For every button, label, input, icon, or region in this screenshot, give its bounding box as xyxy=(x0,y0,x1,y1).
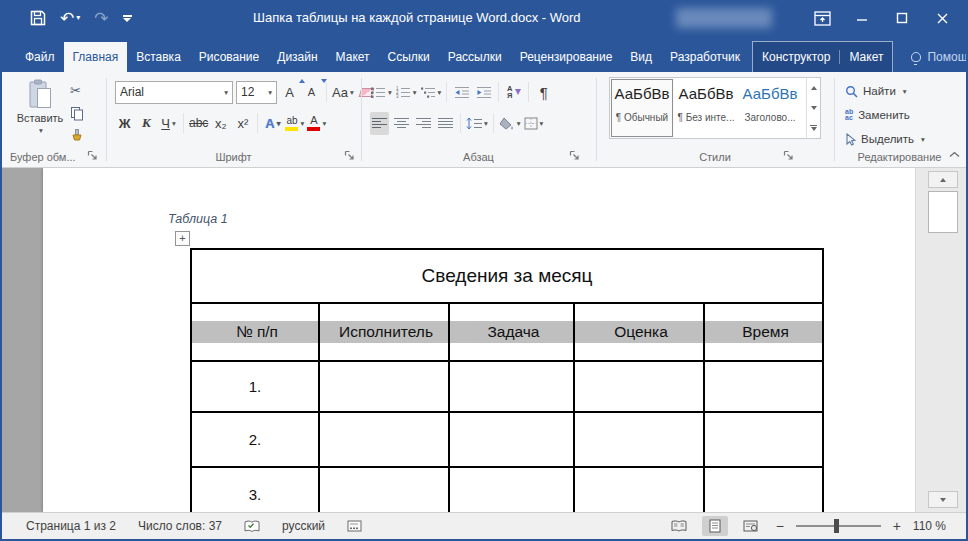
row-number-cell[interactable]: 1. xyxy=(191,361,319,412)
table-cell[interactable] xyxy=(704,412,823,467)
text-effects-button[interactable]: А▾ xyxy=(263,112,282,135)
minimize-button[interactable] xyxy=(842,0,882,36)
styles-dialog-launcher[interactable] xyxy=(783,150,795,162)
undo-button[interactable]: ↶ ▾ xyxy=(60,10,80,27)
find-dropdown-icon[interactable]: ▾ xyxy=(903,87,907,96)
tab-view[interactable]: Вид xyxy=(621,42,661,72)
tab-table-design[interactable]: Конструктор xyxy=(753,42,839,72)
zoom-in-button[interactable]: + xyxy=(891,518,903,534)
table-cell[interactable] xyxy=(449,361,574,412)
tell-me-button[interactable]: Помощн xyxy=(905,42,968,72)
table-caption[interactable]: Таблица 1 xyxy=(168,212,228,226)
table-cell[interactable] xyxy=(704,467,823,512)
ribbon-display-options-button[interactable] xyxy=(802,0,842,36)
tab-table-layout[interactable]: Макет xyxy=(840,42,892,72)
shrink-font-button[interactable]: А xyxy=(302,81,321,104)
close-button[interactable] xyxy=(922,0,962,36)
table-cell[interactable] xyxy=(319,467,449,512)
grow-font-button[interactable]: А xyxy=(280,81,299,104)
customize-qat-button[interactable] xyxy=(123,15,132,22)
italic-button[interactable]: К xyxy=(137,112,156,135)
language-indicator[interactable]: русский xyxy=(282,519,325,533)
text-highlight-button[interactable]: ab ▾ xyxy=(285,112,304,135)
align-left-button[interactable] xyxy=(370,112,389,135)
line-spacing-button[interactable]: ▾ xyxy=(466,112,488,135)
table-header-cell[interactable]: № п/п xyxy=(191,303,319,361)
multilevel-list-button[interactable]: ▾ xyxy=(420,81,442,104)
tab-review[interactable]: Рецензирование xyxy=(511,42,622,72)
table-cell[interactable] xyxy=(449,467,574,512)
select-button[interactable]: Выделить ▾ xyxy=(845,128,925,150)
font-size-dropdown-icon[interactable]: ▾ xyxy=(268,88,272,97)
justify-button[interactable] xyxy=(436,112,455,135)
increase-indent-button[interactable] xyxy=(474,81,493,104)
styles-scroll-up-button[interactable] xyxy=(807,78,820,98)
web-layout-button[interactable] xyxy=(738,516,764,536)
tab-file[interactable]: Файл xyxy=(16,42,64,72)
read-mode-button[interactable] xyxy=(666,516,692,536)
align-right-button[interactable] xyxy=(414,112,433,135)
table-cell[interactable] xyxy=(319,412,449,467)
table-header-cell[interactable]: Задача xyxy=(449,303,574,361)
tab-developer[interactable]: Разработчик xyxy=(661,42,749,72)
table-header-cell[interactable]: Время xyxy=(704,303,823,361)
scroll-down-button[interactable] xyxy=(928,491,958,508)
font-color-button[interactable]: А ▾ xyxy=(307,112,326,135)
table-cell[interactable] xyxy=(704,361,823,412)
underline-dropdown-icon[interactable]: ▾ xyxy=(172,119,176,128)
tab-layout[interactable]: Макет xyxy=(327,42,379,72)
macro-record-icon[interactable] xyxy=(347,520,362,532)
font-name-combobox[interactable]: Arial ▾ xyxy=(115,81,233,104)
font-size-combobox[interactable]: 12 ▾ xyxy=(236,81,277,104)
underline-button[interactable]: Ч▾ xyxy=(159,112,178,135)
table-cell[interactable] xyxy=(449,412,574,467)
format-painter-button[interactable] xyxy=(70,128,84,144)
page-indicator[interactable]: Страница 1 из 2 xyxy=(26,519,116,533)
table-cell[interactable] xyxy=(574,361,704,412)
font-name-dropdown-icon[interactable]: ▾ xyxy=(224,88,228,97)
collapse-ribbon-button[interactable] xyxy=(949,147,960,161)
align-center-button[interactable] xyxy=(392,112,411,135)
replace-button[interactable]: ab ac Заменить xyxy=(845,104,925,126)
clipboard-dialog-launcher[interactable] xyxy=(87,150,99,162)
table-cell[interactable] xyxy=(319,361,449,412)
vertical-scrollbar[interactable] xyxy=(915,168,966,512)
tab-mailings[interactable]: Рассылки xyxy=(439,42,511,72)
highlight-dropdown-icon[interactable]: ▾ xyxy=(300,119,304,128)
scroll-up-button[interactable] xyxy=(928,171,958,188)
redo-button[interactable]: ↷ xyxy=(94,10,108,27)
zoom-out-button[interactable]: − xyxy=(774,518,786,534)
font-color-dropdown-icon[interactable]: ▾ xyxy=(322,119,326,128)
word-count[interactable]: Число слов: 37 xyxy=(138,519,222,533)
text-effects-dropdown-icon[interactable]: ▾ xyxy=(277,119,281,128)
paragraph-dialog-launcher[interactable] xyxy=(569,150,581,162)
style-item-heading1[interactable]: АаБбВв Заголово... xyxy=(738,78,802,138)
find-button[interactable]: Найти ▾ xyxy=(845,80,925,102)
bold-button[interactable]: Ж xyxy=(115,112,134,135)
tab-references[interactable]: Ссылки xyxy=(379,42,439,72)
borders-button[interactable]: ▾ xyxy=(524,112,544,135)
table-cell[interactable] xyxy=(574,467,704,512)
strikethrough-button[interactable]: abc xyxy=(189,112,208,135)
maximize-button[interactable] xyxy=(882,0,922,36)
table-header-cell[interactable]: Исполнитель xyxy=(319,303,449,361)
zoom-level[interactable]: 110 % xyxy=(913,519,946,533)
table-cell[interactable] xyxy=(574,412,704,467)
cut-button[interactable]: ✂ xyxy=(70,82,81,98)
show-paragraph-marks-button[interactable]: ¶ xyxy=(534,81,553,104)
superscript-button[interactable]: x² xyxy=(233,112,252,135)
tab-design[interactable]: Дизайн xyxy=(268,42,326,72)
styles-scroll-down-button[interactable] xyxy=(807,98,820,118)
zoom-slider-thumb[interactable] xyxy=(834,519,839,533)
tab-insert[interactable]: Вставка xyxy=(127,42,190,72)
save-button[interactable] xyxy=(30,10,46,26)
numbering-button[interactable]: 123 ▾ xyxy=(395,81,417,104)
document-page[interactable]: Таблица 1 + Сведения за месяц № п/п Испо… xyxy=(43,168,915,512)
font-dialog-launcher[interactable] xyxy=(344,150,356,162)
copy-button[interactable] xyxy=(70,105,84,121)
row-number-cell[interactable]: 2. xyxy=(191,412,319,467)
tab-draw[interactable]: Рисование xyxy=(190,42,268,72)
table-title-cell[interactable]: Сведения за месяц xyxy=(191,249,823,303)
proofing-icon[interactable] xyxy=(244,520,260,533)
shading-button[interactable]: ▾ xyxy=(499,112,521,135)
